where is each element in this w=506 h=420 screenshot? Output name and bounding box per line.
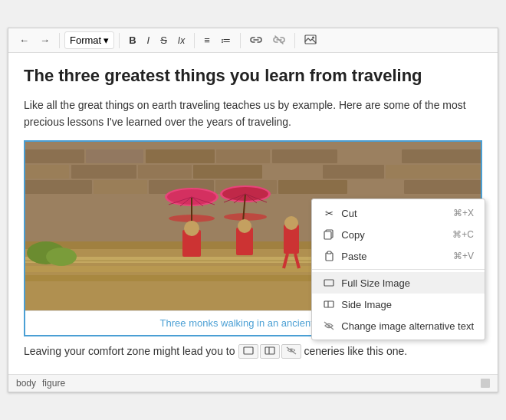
svg-rect-24 <box>404 180 481 194</box>
status-figure: figure <box>42 378 65 389</box>
svg-rect-10 <box>402 149 481 163</box>
editor-wrapper: ← → Format ▾ B I S Ix ≡ ≔ <box>8 28 498 392</box>
svg-rect-6 <box>146 149 215 163</box>
svg-rect-8 <box>272 149 337 163</box>
clear-format-button[interactable]: Ix <box>173 33 189 48</box>
scrollbar-corner <box>481 379 490 388</box>
status-body: body <box>16 378 36 389</box>
full-size-label: Full Size Image <box>341 277 410 289</box>
undo-button[interactable]: ← <box>15 32 34 48</box>
link-button[interactable] <box>245 32 267 49</box>
toolbar-separator-2 <box>119 33 120 48</box>
svg-rect-19 <box>94 180 147 194</box>
svg-rect-18 <box>25 180 92 194</box>
format-arrow: ▾ <box>104 34 109 46</box>
svg-rect-15 <box>264 165 321 179</box>
article-body: Like all the great things on earth trave… <box>24 97 482 131</box>
article-title: The three greatest things you learn from… <box>24 65 482 87</box>
svg-point-44 <box>184 221 199 236</box>
svg-rect-59 <box>244 347 253 354</box>
svg-rect-13 <box>138 165 192 179</box>
cut-shortcut: ⌘+X <box>453 208 474 218</box>
context-menu[interactable]: ✂ Cut ⌘+X Copy ⌘+C <box>311 199 485 340</box>
alt-text-icon <box>323 320 335 332</box>
ordered-list-button[interactable]: ≡ <box>199 32 215 48</box>
copy-icon <box>323 228 335 241</box>
inline-full-image-btn[interactable] <box>238 344 258 359</box>
toolbar-separator-5 <box>294 33 295 48</box>
editor-content[interactable]: The three greatest things you learn from… <box>8 53 498 373</box>
context-menu-sep-1 <box>312 269 485 270</box>
toolbar-separator-4 <box>240 33 241 48</box>
svg-rect-9 <box>339 149 400 163</box>
after-text-end: ceneries like this one. <box>304 345 408 357</box>
bold-button[interactable]: B <box>124 32 140 48</box>
image-button[interactable] <box>300 31 321 49</box>
unlink-button[interactable] <box>268 32 290 49</box>
context-menu-cut[interactable]: ✂ Cut ⌘+X <box>312 202 485 224</box>
svg-rect-60 <box>265 347 274 354</box>
svg-rect-4 <box>25 149 84 163</box>
full-size-icon <box>323 277 335 289</box>
svg-rect-68 <box>324 280 334 286</box>
context-menu-alt-text[interactable]: Change image alternative text <box>312 315 485 336</box>
svg-rect-7 <box>216 149 270 163</box>
svg-rect-16 <box>323 165 384 179</box>
cut-label: Cut <box>341 208 356 219</box>
paste-shortcut: ⌘+V <box>453 251 474 261</box>
toolbar-separator-3 <box>194 33 195 48</box>
toolbar-separator-1 <box>59 33 60 48</box>
svg-rect-22 <box>278 180 347 194</box>
svg-point-1 <box>312 37 314 39</box>
copy-label: Copy <box>341 229 364 241</box>
copy-shortcut: ⌘+C <box>452 229 474 240</box>
paste-label: Paste <box>341 251 366 262</box>
paste-icon <box>323 250 335 262</box>
context-menu-paste[interactable]: Paste ⌘+V <box>312 245 485 267</box>
svg-point-31 <box>46 248 77 266</box>
toolbar: ← → Format ▾ B I S Ix ≡ ≔ <box>8 28 498 53</box>
redo-button[interactable]: → <box>35 32 54 48</box>
cut-icon: ✂ <box>323 207 335 219</box>
side-image-icon <box>323 298 335 310</box>
inline-button-group <box>238 344 301 359</box>
svg-rect-11 <box>25 165 69 179</box>
format-label: Format <box>70 34 101 46</box>
svg-point-54 <box>238 219 251 233</box>
italic-button[interactable]: I <box>143 32 155 48</box>
context-menu-side-image[interactable]: Side Image <box>312 294 485 315</box>
side-image-label: Side Image <box>341 299 392 310</box>
context-menu-copy[interactable]: Copy ⌘+C <box>312 224 485 245</box>
inline-side-image-btn[interactable] <box>260 344 280 359</box>
svg-point-56 <box>284 216 298 230</box>
svg-rect-65 <box>324 231 331 239</box>
status-bar: body figure <box>8 374 498 392</box>
inline-alt-text-btn[interactable] <box>281 344 301 359</box>
svg-rect-67 <box>327 251 331 254</box>
svg-rect-5 <box>86 149 143 163</box>
unordered-list-button[interactable]: ≔ <box>216 32 235 48</box>
context-menu-full-size[interactable]: Full Size Image <box>312 272 485 294</box>
svg-rect-69 <box>324 301 334 307</box>
after-text-start: Leaving your comfort zone might lead you… <box>24 345 235 357</box>
svg-rect-23 <box>349 180 402 194</box>
svg-rect-12 <box>71 165 136 179</box>
alt-text-label: Change image alternative text <box>341 320 474 332</box>
svg-rect-17 <box>386 165 481 179</box>
format-dropdown[interactable]: Format ▾ <box>64 31 114 49</box>
svg-rect-14 <box>193 165 262 179</box>
strikethrough-button[interactable]: S <box>156 32 172 48</box>
